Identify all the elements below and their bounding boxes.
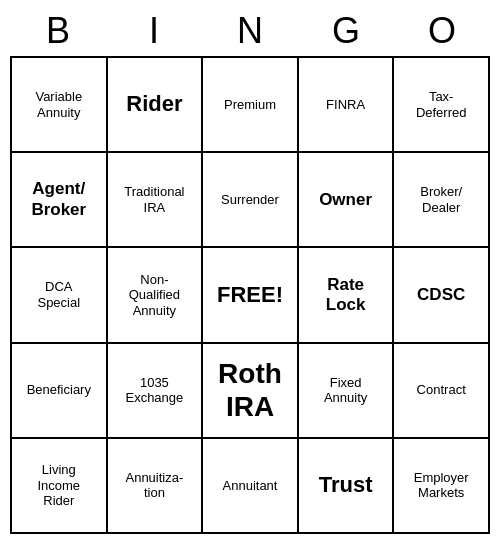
cell-label: Roth IRA xyxy=(218,357,282,424)
cell-label: Agent/ Broker xyxy=(31,179,86,220)
cell-label: Premium xyxy=(224,97,276,113)
cell-label: Beneficiary xyxy=(27,382,91,398)
cell-label: Employer Markets xyxy=(414,470,469,501)
cell-r1-c1: Traditional IRA xyxy=(108,153,204,248)
cell-r2-c1: Non- Qualified Annuity xyxy=(108,248,204,343)
cell-r3-c1: 1035 Exchange xyxy=(108,344,204,439)
cell-r4-c0: Living Income Rider xyxy=(12,439,108,534)
cell-r3-c4: Contract xyxy=(394,344,490,439)
cell-label: Fixed Annuity xyxy=(324,375,367,406)
cell-label: 1035 Exchange xyxy=(125,375,183,406)
cell-label: Annuitiza- tion xyxy=(125,470,183,501)
cell-label: Tax- Deferred xyxy=(416,89,467,120)
header-letter: G xyxy=(298,10,394,52)
cell-label: Surrender xyxy=(221,192,279,208)
cell-r2-c2: FREE! xyxy=(203,248,299,343)
cell-r4-c4: Employer Markets xyxy=(394,439,490,534)
cell-label: DCA Special xyxy=(37,279,80,310)
cell-r1-c4: Broker/ Dealer xyxy=(394,153,490,248)
cell-r1-c3: Owner xyxy=(299,153,395,248)
cell-r0-c2: Premium xyxy=(203,58,299,153)
cell-r2-c3: Rate Lock xyxy=(299,248,395,343)
header-letter: I xyxy=(106,10,202,52)
cell-label: Broker/ Dealer xyxy=(420,184,462,215)
bingo-grid: Variable AnnuityRiderPremiumFINRATax- De… xyxy=(10,56,490,534)
cell-r0-c4: Tax- Deferred xyxy=(394,58,490,153)
cell-r1-c0: Agent/ Broker xyxy=(12,153,108,248)
cell-label: Rate Lock xyxy=(326,275,366,316)
header-letter: B xyxy=(10,10,106,52)
header-letter: O xyxy=(394,10,490,52)
cell-r4-c3: Trust xyxy=(299,439,395,534)
cell-r3-c2: Roth IRA xyxy=(203,344,299,439)
cell-r0-c1: Rider xyxy=(108,58,204,153)
cell-r4-c1: Annuitiza- tion xyxy=(108,439,204,534)
cell-r1-c2: Surrender xyxy=(203,153,299,248)
cell-r4-c2: Annuitant xyxy=(203,439,299,534)
cell-label: Trust xyxy=(319,472,373,498)
cell-r2-c4: CDSC xyxy=(394,248,490,343)
cell-label: Traditional IRA xyxy=(124,184,184,215)
bingo-header: BINGO xyxy=(10,10,490,52)
cell-label: Variable Annuity xyxy=(35,89,82,120)
cell-r0-c3: FINRA xyxy=(299,58,395,153)
cell-label: Non- Qualified Annuity xyxy=(129,272,180,319)
cell-label: FINRA xyxy=(326,97,365,113)
cell-label: Owner xyxy=(319,190,372,210)
cell-r2-c0: DCA Special xyxy=(12,248,108,343)
cell-label: Rider xyxy=(126,91,182,117)
cell-label: Contract xyxy=(417,382,466,398)
header-letter: N xyxy=(202,10,298,52)
cell-r3-c0: Beneficiary xyxy=(12,344,108,439)
cell-label: Living Income Rider xyxy=(37,462,80,509)
cell-label: FREE! xyxy=(217,282,283,308)
cell-label: CDSC xyxy=(417,285,465,305)
cell-r0-c0: Variable Annuity xyxy=(12,58,108,153)
cell-label: Annuitant xyxy=(223,478,278,494)
cell-r3-c3: Fixed Annuity xyxy=(299,344,395,439)
